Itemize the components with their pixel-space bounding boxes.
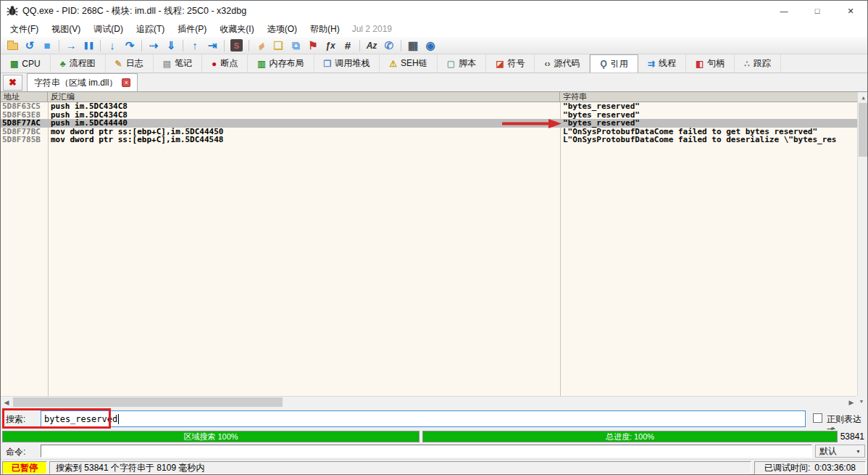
toolbar-separator — [359, 40, 360, 51]
tab-handles[interactable]: ◧句柄 — [686, 54, 735, 73]
menu-item[interactable]: 收藏夹(I) — [213, 21, 260, 38]
bookmark-icon[interactable]: ⚑ — [304, 38, 322, 54]
table-row[interactable]: 5D8F77BCmov dword ptr ss:[ebp+C],im.5DC4… — [1, 128, 857, 136]
menu-item[interactable]: 插件(P) — [171, 21, 213, 38]
memory-hash-icon[interactable]: # — [339, 38, 356, 54]
device-icon[interactable]: ✆ — [380, 38, 398, 54]
debug-time-panel: 已调试时间: 0:03:36:08 — [754, 461, 866, 474]
status-message: 搜索到 53841 个字符串于 8109 毫秒内 — [49, 461, 751, 474]
step-into-icon[interactable]: ↓ — [104, 38, 121, 54]
address-cell: 5D8F785B — [1, 136, 48, 144]
search-input[interactable]: bytes_reserved — [41, 410, 806, 427]
strings-reference-tab[interactable]: 字符串（区域 im.dll） × — [27, 73, 138, 91]
tab-notes[interactable]: ▤笔记 — [154, 54, 202, 73]
command-input[interactable] — [41, 445, 812, 458]
menu-item[interactable]: 选项(O) — [261, 21, 304, 38]
tab-close-icon[interactable]: × — [122, 78, 130, 87]
table-body: 5D8F63C5push im.5DC434C8"bytes_reserved"… — [1, 102, 857, 144]
table-row[interactable]: 5D8F785Bmov dword ptr ss:[ebp+C],im.5DC4… — [1, 136, 857, 144]
string-text: L"OnSysProtobufDataCome failed to deseri… — [563, 136, 793, 144]
step-over-icon[interactable]: ↷ — [121, 38, 138, 54]
address-cell: 5D8F63E8 — [1, 111, 48, 120]
seh-s-icon[interactable]: S — [230, 39, 243, 51]
vertical-scrollbar[interactable]: ▲ — [857, 92, 868, 396]
build-date: Jul 2 2019 — [352, 24, 392, 34]
column-header-address[interactable]: 地址 — [1, 92, 48, 102]
maximize-button[interactable]: □ — [801, 1, 834, 21]
menu-bar: 文件(F)视图(V)调试(D)追踪(T)插件(P)收藏夹(I)选项(O)帮助(H… — [1, 21, 867, 37]
tab-graph[interactable]: ♣流程图 — [51, 54, 106, 73]
tab-label: 跟踪 — [754, 57, 771, 70]
tab-label: 引用 — [611, 58, 628, 70]
function-icon[interactable]: ƒx — [322, 38, 339, 54]
execute-till-return-icon[interactable]: ⇓ — [162, 38, 180, 54]
regex-checkbox[interactable] — [813, 413, 822, 423]
tab-seh-chain[interactable]: ⚠SEH链 — [380, 54, 437, 73]
vertical-scroll-thumb[interactable] — [859, 103, 868, 157]
tab-script[interactable]: ▢脚本 — [438, 54, 486, 73]
tab-breakpoints[interactable]: ●断点 — [202, 54, 248, 73]
tab-trace[interactable]: ∴跟踪 — [735, 54, 781, 73]
scroll-up-icon[interactable]: ▲ — [858, 92, 868, 103]
string-text: " — [812, 128, 817, 136]
column-header-disassembly[interactable]: 反汇编 — [48, 92, 560, 102]
menu-item[interactable]: 视图(V) — [45, 21, 87, 38]
table-row[interactable]: 5D8F77ACpush im.5DC44440"bytes_reserved" — [1, 119, 857, 128]
command-row: 命令: 默认 ▼ — [1, 443, 867, 459]
table-row[interactable]: 5D8F63C5push im.5DC434C8"bytes_reserved" — [1, 102, 857, 111]
tab-trace-icon: ∴ — [744, 59, 750, 69]
horizontal-scroll-thumb[interactable] — [13, 397, 283, 407]
run-icon[interactable]: → — [62, 38, 80, 54]
scroll-down-icon[interactable]: ▼ — [856, 396, 867, 407]
tab-notes-icon: ▤ — [163, 59, 171, 69]
tab-references[interactable]: Ϙ引用 — [590, 54, 638, 73]
tab-memory-map[interactable]: ▥内存布局 — [248, 54, 314, 73]
string-text: L"OnSysProtobufDataCome failed to get — [563, 128, 746, 136]
tab-cpu-icon: ▦ — [10, 59, 18, 69]
command-profile-value: 默认 — [819, 445, 837, 458]
tab-label: CPU — [22, 59, 40, 69]
close-reference-button[interactable]: ✖ — [3, 75, 22, 91]
step-out-icon[interactable]: ↑ — [186, 38, 204, 54]
tab-cpu[interactable]: ▦CPU — [1, 54, 51, 73]
run-to-selection-icon[interactable]: ⇢ — [145, 38, 162, 54]
label-icon[interactable]: ⧉ — [287, 38, 304, 54]
menu-item[interactable]: 文件(F) — [4, 21, 45, 38]
table-row[interactable]: 5D8F63E8push im.5DC434C8"bytes_reserved" — [1, 111, 857, 120]
stop-icon[interactable]: ■ — [38, 38, 56, 54]
string-text: " — [635, 102, 640, 111]
globe-icon[interactable]: ◉ — [422, 38, 439, 54]
tab-source[interactable]: ‹›源代码 — [535, 54, 590, 73]
tab-log[interactable]: ✎日志 — [106, 54, 154, 73]
tab-threads[interactable]: ⇉线程 — [638, 54, 686, 73]
column-header-string[interactable]: 字符串 — [560, 92, 857, 102]
debug-time-label: 已调试时间: — [764, 462, 810, 474]
scroll-left-icon[interactable]: ◀ — [1, 397, 12, 408]
calculator-icon[interactable]: ▦ — [404, 38, 422, 54]
window-title: QQ.exe - PID: 268C - 模块: im.dll - 线程: 25… — [22, 5, 246, 17]
tab-symbols[interactable]: ◪符号 — [486, 54, 535, 73]
tab-script-icon: ▢ — [447, 59, 455, 69]
case-icon[interactable]: Az — [363, 38, 380, 54]
menu-item[interactable]: 帮助(H) — [304, 21, 346, 38]
command-profile-dropdown[interactable]: 默认 ▼ — [815, 445, 865, 458]
string-cell: "bytes_reserved" — [560, 102, 857, 111]
menu-item[interactable]: 调试(D) — [87, 21, 130, 38]
pause-icon[interactable]: ❚❚ — [80, 38, 97, 54]
status-bar: 已暂停 搜索到 53841 个字符串于 8109 毫秒内 已调试时间: 0:03… — [1, 459, 867, 475]
tab-call-stack[interactable]: ❐调用堆栈 — [314, 54, 380, 73]
run-to-user-code-icon[interactable]: ⇥ — [204, 38, 221, 54]
menu-item[interactable]: 追踪(T) — [130, 21, 171, 38]
search-match-highlight: bytes_reserved — [568, 111, 635, 120]
address-cell: 5D8F77AC — [1, 119, 48, 128]
column-divider — [560, 102, 561, 396]
result-count: 53841 — [840, 431, 864, 442]
region-search-progressbar: 区域搜索 100% — [2, 431, 420, 442]
toolbar-separator — [59, 40, 59, 51]
close-button[interactable]: ✕ — [834, 1, 867, 21]
minimize-button[interactable]: — — [767, 1, 801, 21]
disassembly-cell: push im.5DC44440 — [48, 119, 560, 128]
horizontal-scrollbar[interactable]: ◀ ▶ — [1, 396, 857, 407]
restart-icon[interactable]: ↺ — [21, 38, 38, 54]
open-file-icon[interactable] — [4, 38, 21, 54]
